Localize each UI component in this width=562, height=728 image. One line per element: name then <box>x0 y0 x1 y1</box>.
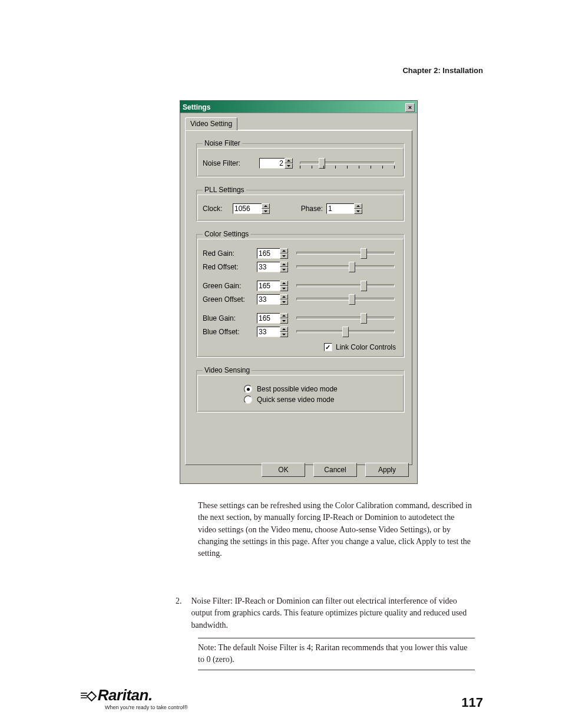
slider-thumb[interactable] <box>349 262 355 272</box>
color-slider[interactable] <box>293 279 398 292</box>
color-input[interactable] <box>257 313 280 324</box>
slider-thumb[interactable] <box>361 313 367 324</box>
color-slider[interactable] <box>293 312 398 325</box>
noise-filter-legend: Noise Filter <box>203 139 242 147</box>
slider-thumb[interactable] <box>361 248 367 259</box>
tab-panel: Noise Filter Noise Filter: <box>185 130 412 465</box>
spin-up-icon[interactable] <box>280 262 288 267</box>
titlebar: Settings × <box>180 101 417 113</box>
spin-down-icon[interactable] <box>280 253 288 259</box>
page-number: 117 <box>461 695 483 710</box>
color-label: Blue Gain: <box>203 314 257 322</box>
color-label: Red Offset: <box>203 263 257 271</box>
numbered-item-2: 2. Noise Filter: IP-Reach or Dominion ca… <box>176 595 476 631</box>
slider-thumb[interactable] <box>361 281 367 291</box>
color-slider[interactable] <box>293 247 398 260</box>
color-slider[interactable] <box>293 261 398 274</box>
color-row: Blue Offset: <box>203 325 398 338</box>
spin-up-icon[interactable] <box>280 294 288 299</box>
logo-icon: ≡◇ <box>80 688 95 703</box>
footer-logo: ≡◇ Raritan. When you're ready to take co… <box>80 686 204 710</box>
color-label: Blue Offset: <box>203 328 257 336</box>
color-input[interactable] <box>257 248 280 259</box>
radio-quick-mode[interactable] <box>244 396 252 404</box>
list-text: Noise Filter: IP-Reach or Dominion can f… <box>191 595 477 631</box>
spin-down-icon[interactable] <box>280 299 288 305</box>
phase-label: Phase: <box>287 205 323 213</box>
ok-button[interactable]: OK <box>262 463 305 477</box>
noise-filter-slider[interactable] <box>296 157 398 170</box>
pll-legend: PLL Settings <box>203 186 246 194</box>
settings-dialog: Settings × Video Setting Noise Filter No… <box>180 100 418 484</box>
color-label: Green Gain: <box>203 282 257 290</box>
slider-thumb[interactable] <box>349 294 355 305</box>
tab-video-setting[interactable]: Video Setting <box>185 117 237 130</box>
pll-settings-group: PLL Settings Clock: Phase: <box>196 186 405 222</box>
clock-spin-down-icon[interactable] <box>262 209 270 214</box>
radio-best-mode-label: Best possible video mode <box>257 385 338 393</box>
noise-filter-spin-down-icon[interactable] <box>285 163 293 169</box>
list-number: 2. <box>176 595 182 631</box>
clock-spin-up-icon[interactable] <box>262 203 270 209</box>
brand-tagline: When you're ready to take control® <box>105 704 204 710</box>
apply-button[interactable]: Apply <box>365 463 409 477</box>
color-row: Green Gain: <box>203 279 398 292</box>
spin-up-icon[interactable] <box>280 313 288 318</box>
noise-filter-input[interactable] <box>259 158 285 169</box>
slider-ticks <box>300 166 395 169</box>
color-label: Red Gain: <box>203 249 257 258</box>
phase-input[interactable] <box>326 203 355 214</box>
video-sensing-group: Video Sensing Best possible video mode Q… <box>196 366 405 413</box>
chapter-header: Chapter 2: Installation <box>402 66 483 75</box>
cancel-button[interactable]: Cancel <box>313 463 357 477</box>
spin-up-icon[interactable] <box>280 327 288 332</box>
color-input[interactable] <box>257 327 280 337</box>
radio-best-mode[interactable] <box>244 385 252 393</box>
link-color-label: Link Color Controls <box>336 343 396 351</box>
color-input[interactable] <box>257 262 280 272</box>
color-slider[interactable] <box>293 293 398 306</box>
spin-down-icon[interactable] <box>280 286 288 291</box>
phase-spin-up-icon[interactable] <box>354 203 362 209</box>
dialog-title: Settings <box>183 103 210 111</box>
spin-down-icon[interactable] <box>280 332 288 337</box>
color-label: Green Offset: <box>203 295 257 304</box>
spin-down-icon[interactable] <box>280 267 288 272</box>
color-slider[interactable] <box>293 325 398 338</box>
spin-up-icon[interactable] <box>280 248 288 253</box>
color-settings-group: Color Settings Red Gain:Red Offset:Green… <box>196 230 405 358</box>
video-sensing-legend: Video Sensing <box>203 366 252 374</box>
slider-thumb[interactable] <box>342 327 349 337</box>
color-input[interactable] <box>257 281 280 291</box>
radio-quick-mode-label: Quick sense video mode <box>257 396 334 404</box>
clock-input[interactable] <box>233 203 262 214</box>
noise-filter-label: Noise Filter: <box>203 159 256 167</box>
spin-up-icon[interactable] <box>280 281 288 286</box>
color-row: Green Offset: <box>203 293 398 306</box>
noise-filter-group: Noise Filter Noise Filter: <box>196 139 405 177</box>
spin-down-icon[interactable] <box>280 318 288 324</box>
brand-name: Raritan. <box>98 686 153 704</box>
clock-label: Clock: <box>203 205 229 213</box>
color-row: Red Gain: <box>203 247 398 260</box>
note-box: Note: The default Noise Filter is 4; Rar… <box>198 638 475 670</box>
color-legend: Color Settings <box>203 230 250 238</box>
color-row: Blue Gain: <box>203 312 398 325</box>
tab-strip: Video Setting <box>185 117 412 130</box>
color-row: Red Offset: <box>203 261 398 274</box>
noise-filter-spin-up-icon[interactable] <box>285 158 293 163</box>
color-input[interactable] <box>257 294 280 305</box>
body-paragraph: These settings can be refreshed using th… <box>198 500 475 559</box>
close-icon[interactable]: × <box>405 103 415 112</box>
phase-spin-down-icon[interactable] <box>354 209 362 214</box>
link-color-checkbox[interactable]: ✓ <box>324 343 332 351</box>
